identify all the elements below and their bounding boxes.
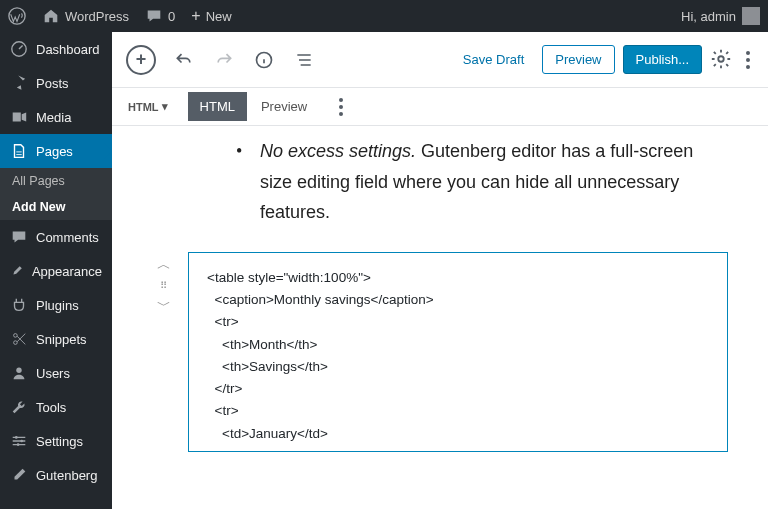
svg-point-7 <box>17 443 20 446</box>
move-up-button[interactable]: ︿ <box>157 256 171 274</box>
sidebar-item-users[interactable]: Users <box>0 356 112 390</box>
wp-logo-menu[interactable] <box>0 0 34 32</box>
sidebar-item-label: Pages <box>36 144 73 159</box>
sidebar-item-appearance[interactable]: Appearance <box>0 254 112 288</box>
pages-icon <box>10 142 28 160</box>
sidebar-item-label: Snippets <box>36 332 87 347</box>
editor-toolbar: + Save Draft Preview Publish... <box>112 32 768 88</box>
submenu-all-pages[interactable]: All Pages <box>0 168 112 194</box>
sidebar-item-label: Plugins <box>36 298 79 313</box>
edit-icon <box>10 466 28 484</box>
bullet-emphasis: No excess settings. <box>260 141 416 161</box>
block-mover: ︿ ⠿ ﹀ <box>152 252 176 452</box>
sidebar-item-dashboard[interactable]: Dashboard <box>0 32 112 66</box>
sidebar-item-media[interactable]: Media <box>0 100 112 134</box>
block-more-button[interactable] <box>335 94 347 120</box>
comment-icon <box>10 228 28 246</box>
plus-icon: + <box>191 7 200 25</box>
new-content-link[interactable]: + New <box>183 0 239 32</box>
tab-preview[interactable]: Preview <box>249 92 319 121</box>
block-toolbar: HTML ▾ HTML Preview <box>112 88 768 126</box>
add-block-button[interactable]: + <box>126 45 156 75</box>
publish-button[interactable]: Publish... <box>623 45 702 74</box>
svg-point-5 <box>15 436 18 439</box>
site-name: WordPress <box>65 9 129 24</box>
scissors-icon <box>10 330 28 348</box>
sidebar-item-label: Media <box>36 110 71 125</box>
outline-button[interactable] <box>292 48 316 72</box>
sidebar-item-settings[interactable]: Settings <box>0 424 112 458</box>
html-code-editor[interactable]: <table style="width:100%"> <caption>Mont… <box>188 252 728 452</box>
gear-icon <box>710 48 732 70</box>
greeting-text: Hi, admin <box>681 9 736 24</box>
admin-topbar: WordPress 0 + New Hi, admin <box>0 0 768 32</box>
sidebar-item-label: Comments <box>36 230 99 245</box>
sidebar-item-gutenberg[interactable]: Gutenberg <box>0 458 112 492</box>
settings-toggle[interactable] <box>710 48 734 72</box>
plug-icon <box>10 296 28 314</box>
site-home-link[interactable]: WordPress <box>34 0 137 32</box>
undo-icon <box>174 50 194 70</box>
preview-button[interactable]: Preview <box>542 45 614 74</box>
user-icon <box>10 364 28 382</box>
svg-point-4 <box>16 368 21 373</box>
sidebar-item-comments[interactable]: Comments <box>0 220 112 254</box>
sidebar-item-tools[interactable]: Tools <box>0 390 112 424</box>
tab-html[interactable]: HTML <box>188 92 247 121</box>
comments-count: 0 <box>168 9 175 24</box>
sidebar-item-pages[interactable]: Pages <box>0 134 112 168</box>
dashboard-icon <box>10 40 28 58</box>
wrench-icon <box>10 398 28 416</box>
list-item[interactable]: No excess settings. Gutenberg editor has… <box>260 136 728 228</box>
sidebar-item-snippets[interactable]: Snippets <box>0 322 112 356</box>
sidebar-item-label: Users <box>36 366 70 381</box>
sliders-icon <box>10 432 28 450</box>
chevron-down-icon: ▾ <box>162 100 168 113</box>
comment-icon <box>145 7 163 25</box>
sidebar-item-label: Posts <box>36 76 69 91</box>
editor-main: + Save Draft Preview Publish... HTML ▾ H… <box>112 32 768 509</box>
avatar <box>742 7 760 25</box>
sidebar-item-label: Gutenberg <box>36 468 97 483</box>
svg-point-9 <box>718 56 724 62</box>
sidebar-item-posts[interactable]: Posts <box>0 66 112 100</box>
sidebar-item-label: Tools <box>36 400 66 415</box>
undo-button[interactable] <box>172 48 196 72</box>
admin-sidebar: Dashboard Posts Media Pages All Pages Ad… <box>0 32 112 509</box>
svg-point-2 <box>14 334 18 338</box>
info-icon <box>254 50 274 70</box>
editor-content[interactable]: No excess settings. Gutenberg editor has… <box>112 126 768 509</box>
submenu-add-new[interactable]: Add New <box>0 194 112 220</box>
sidebar-item-label: Settings <box>36 434 83 449</box>
svg-point-6 <box>20 440 23 443</box>
wordpress-icon <box>8 7 26 25</box>
list-icon <box>294 50 314 70</box>
new-label: New <box>206 9 232 24</box>
drag-handle[interactable]: ⠿ <box>160 280 169 291</box>
brush-icon <box>10 262 24 280</box>
sidebar-item-plugins[interactable]: Plugins <box>0 288 112 322</box>
redo-button[interactable] <box>212 48 236 72</box>
account-menu[interactable]: Hi, admin <box>681 7 768 25</box>
sidebar-item-label: Appearance <box>32 264 102 279</box>
more-menu-button[interactable] <box>742 47 754 73</box>
comments-link[interactable]: 0 <box>137 0 183 32</box>
redo-icon <box>214 50 234 70</box>
svg-point-3 <box>14 341 18 345</box>
home-icon <box>42 7 60 25</box>
move-down-button[interactable]: ﹀ <box>157 297 171 315</box>
pin-icon <box>10 74 28 92</box>
sidebar-item-label: Dashboard <box>36 42 100 57</box>
info-button[interactable] <box>252 48 276 72</box>
media-icon <box>10 108 28 126</box>
block-type-dropdown[interactable]: HTML ▾ <box>120 94 176 119</box>
save-draft-button[interactable]: Save Draft <box>453 46 534 73</box>
